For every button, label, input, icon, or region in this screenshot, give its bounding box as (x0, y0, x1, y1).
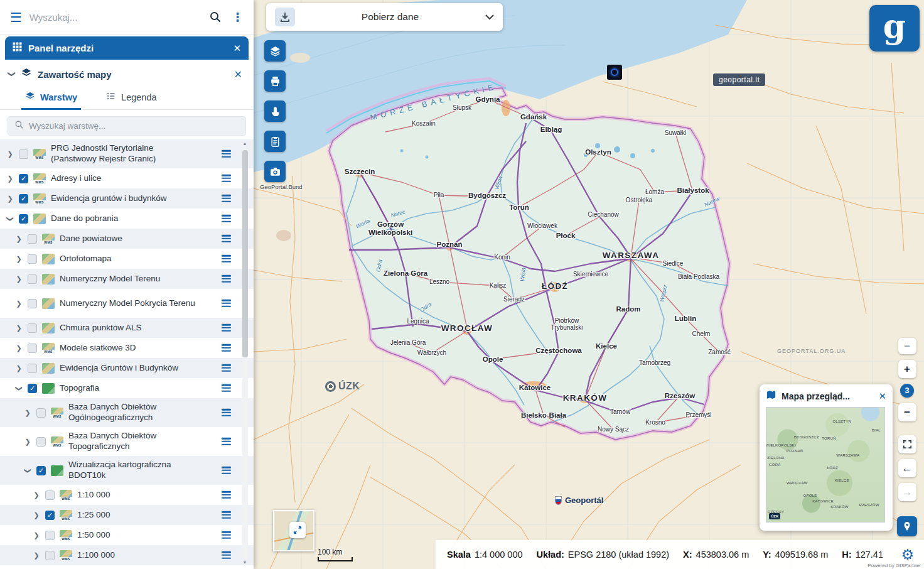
expand-icon[interactable]: ❯ (15, 300, 23, 308)
expand-icon[interactable]: ❯ (6, 150, 14, 158)
layer-row[interactable]: ❯WMSDane powiatowe (0, 229, 254, 249)
layer-search-input[interactable] (29, 121, 239, 131)
expand-icon[interactable]: ❯ (33, 531, 40, 539)
layer-checkbox[interactable] (36, 437, 46, 447)
layer-row[interactable]: ❯Chmura punktów ALS (0, 318, 254, 338)
layer-row[interactable]: ❯WMSModele siatkowe 3D (0, 338, 254, 358)
layer-menu-icon[interactable] (222, 383, 231, 393)
scroll-down-arrow[interactable]: ▼ (243, 560, 247, 566)
layer-checkbox[interactable] (45, 531, 55, 540)
expand-icon[interactable]: ❯ (15, 364, 23, 372)
overview-close-button[interactable]: ✕ (878, 391, 886, 402)
expand-icon[interactable]: ❯ (15, 324, 23, 332)
layer-checkbox[interactable] (28, 364, 37, 373)
layer-menu-icon[interactable] (222, 343, 231, 353)
layer-row[interactable]: ❯Ortofotomapa (0, 249, 254, 269)
scroll-up-arrow[interactable]: ▲ (243, 141, 247, 147)
zoom-out-button[interactable]: − (898, 403, 916, 421)
chevron-down-icon[interactable] (485, 11, 494, 23)
layer-checkbox[interactable] (45, 551, 55, 560)
expand-icon[interactable]: ❯ (24, 409, 31, 417)
layer-row[interactable]: ❯✓WMSEwidencja gruntów i budynków (0, 188, 254, 209)
expand-icon[interactable]: ❯ (33, 491, 40, 499)
zoom-in-button[interactable]: + (898, 360, 916, 378)
layer-checkbox[interactable]: ✓ (19, 194, 28, 203)
layer-row[interactable]: ❯Numeryczny Model Terenu (0, 269, 254, 289)
layer-menu-icon[interactable] (222, 234, 231, 244)
tab-legenda[interactable]: Legenda (102, 91, 160, 109)
layer-checkbox[interactable] (28, 344, 37, 353)
layer-row[interactable]: ❯✓Topografia (0, 378, 254, 398)
layer-checkbox[interactable]: ✓ (19, 214, 28, 224)
layer-row[interactable]: ❯WMSBaza Danych Obiektów Topograficznych (0, 427, 254, 456)
layer-row[interactable]: ❯Ewidencja Gruntów i Budynków (0, 358, 254, 378)
layer-checkbox[interactable] (45, 490, 55, 500)
layer-checkbox[interactable] (28, 254, 37, 264)
print-tool-button[interactable] (264, 70, 286, 92)
expand-icon[interactable]: ❯ (15, 275, 23, 283)
layer-row[interactable]: ❯✓Wizualizacja kartograficzna BDOT10k (0, 456, 254, 485)
settings-gear-icon[interactable]: ⚙ (901, 548, 914, 562)
layer-checkbox[interactable]: ✓ (28, 384, 37, 393)
layer-menu-icon[interactable] (222, 298, 231, 308)
history-forward-button[interactable]: → (898, 483, 916, 501)
layer-menu-icon[interactable] (222, 408, 231, 418)
layer-checkbox[interactable] (28, 274, 37, 284)
layer-row[interactable]: ❯WMS1:10 000 (0, 485, 254, 505)
layer-row[interactable]: ❯✓Dane do pobrania (0, 209, 254, 229)
collapse-icon[interactable]: ❯ (8, 71, 16, 77)
tools-panel-close-button[interactable]: ✕ (233, 43, 241, 54)
main-search-input[interactable] (30, 12, 201, 23)
collapse-icon[interactable]: ❯ (24, 467, 32, 474)
layer-checkbox[interactable] (36, 408, 46, 418)
panel-scrollbar[interactable]: ▲ ▼ (242, 141, 248, 566)
collapse-icon[interactable]: ❯ (6, 215, 14, 222)
expand-icon[interactable]: ❯ (24, 438, 31, 446)
layer-row[interactable]: ❯WMSBaza Danych Obiektów Ogólnogeografic… (0, 398, 254, 427)
layer-menu-icon[interactable] (222, 550, 231, 560)
expand-icon[interactable]: ❯ (15, 344, 23, 352)
map-extra-button[interactable]: – (898, 338, 916, 354)
fullscreen-button[interactable] (898, 435, 916, 453)
locator-expand-button[interactable] (289, 522, 306, 538)
layer-menu-icon[interactable] (222, 254, 231, 264)
geoportal-logo-button[interactable]: g (869, 5, 920, 51)
layer-menu-icon[interactable] (222, 214, 231, 224)
expand-icon[interactable]: ❯ (33, 511, 40, 519)
search-icon[interactable] (209, 11, 222, 23)
expand-icon[interactable]: ❯ (33, 551, 40, 560)
layer-row[interactable]: ❯WMSPRG Jednostki Terytorialne (Państwow… (0, 139, 254, 168)
layers-tool-button[interactable] (264, 40, 286, 62)
expand-icon[interactable]: ❯ (6, 195, 14, 203)
layer-checkbox[interactable] (28, 234, 37, 244)
main-menu-icon[interactable]: ☰ (10, 11, 22, 24)
layer-menu-icon[interactable] (222, 436, 231, 447)
layer-checkbox[interactable]: ✓ (45, 511, 55, 520)
layer-menu-icon[interactable] (222, 510, 231, 520)
layer-menu-icon[interactable] (222, 274, 231, 284)
expand-icon[interactable]: ❯ (15, 255, 23, 263)
layer-menu-icon[interactable] (222, 323, 231, 333)
layer-checkbox[interactable]: ✓ (19, 174, 28, 183)
layer-row[interactable]: ❯WMS (0, 565, 254, 569)
layer-menu-icon[interactable] (222, 149, 231, 159)
overview-map-toggle-button[interactable] (897, 516, 917, 536)
download-data-bar[interactable]: Pobierz dane (266, 3, 503, 31)
layer-menu-icon[interactable] (222, 490, 231, 500)
history-back-button[interactable]: ← (898, 459, 916, 477)
collapse-icon[interactable]: ❯ (15, 384, 23, 392)
expand-icon[interactable]: ❯ (15, 235, 23, 243)
layer-checkbox[interactable]: ✓ (36, 466, 46, 475)
layer-menu-icon[interactable] (222, 530, 231, 540)
layer-checkbox[interactable] (28, 323, 37, 333)
layer-row[interactable]: ❯WMS1:50 000 (0, 525, 254, 545)
layer-row[interactable]: ❯Numeryczny Model Pokrycia Terenu (0, 289, 254, 318)
layer-row[interactable]: ❯WMS1:100 000 (0, 545, 254, 565)
layer-menu-icon[interactable] (222, 465, 231, 475)
layer-row[interactable]: ❯✓WMSAdresy i ulice (0, 168, 254, 188)
map-contents-close-button[interactable]: ✕ (234, 68, 242, 80)
expand-icon[interactable]: ❯ (6, 175, 14, 183)
screenshot-tool-button[interactable] (264, 161, 286, 182)
tab-warstwy[interactable]: Warstwy (21, 91, 81, 109)
layer-checkbox[interactable] (28, 299, 37, 308)
